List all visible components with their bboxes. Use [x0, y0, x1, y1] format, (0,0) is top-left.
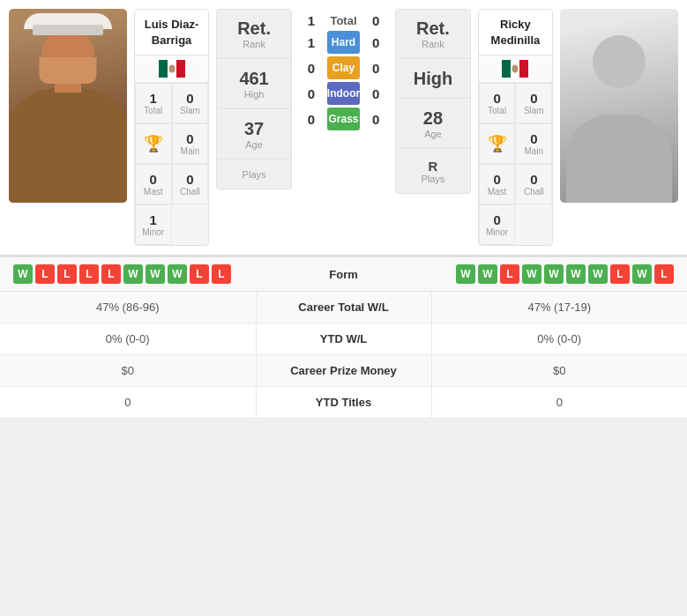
stat-label-2: Career Prize Money — [256, 355, 432, 386]
right-minor-stat: 0 Minor — [479, 204, 516, 245]
right-total-stat: 0 Total — [479, 83, 516, 123]
right-main-value: 0 — [519, 131, 549, 146]
right-mast-value: 0 — [482, 172, 512, 187]
left-minor-stat: 1 Minor — [135, 204, 172, 245]
left-age-block: 37 Age — [217, 110, 291, 160]
stat-left-3: 0 — [0, 387, 256, 418]
total-left: 1 — [299, 13, 324, 28]
stat-right-1: 0% (0-0) — [432, 323, 688, 354]
left-player-photo — [9, 9, 127, 203]
svg-point-3 — [168, 65, 175, 73]
clay-btn: Clay — [327, 56, 360, 79]
right-rank-label: Rank — [422, 39, 444, 49]
right-main-stat: 0 Main — [515, 123, 552, 164]
right-total-value: 0 — [482, 91, 512, 106]
stats-row-3: 0 YTD Titles 0 — [0, 387, 687, 419]
right-mid-card: Ret. Rank High 28 Age R Plays — [395, 9, 471, 194]
left-form-pill-8: L — [190, 264, 209, 284]
hard-btn: Hard — [327, 31, 360, 54]
grass-right: 0 — [363, 112, 388, 127]
left-player-flag — [135, 56, 209, 83]
right-age-label: Age — [424, 129, 442, 139]
left-age-value: 37 — [244, 119, 264, 139]
right-player-name: Ricky Medinilla — [479, 10, 553, 56]
left-rank-value: Ret. — [237, 19, 271, 39]
right-player-photo — [560, 9, 678, 203]
right-trophy-cell: 🏆 — [479, 123, 516, 164]
right-form-pill-8: W — [632, 264, 652, 284]
left-main-stat: 0 Main — [172, 123, 209, 164]
left-chall-stat: 0 Chall — [172, 164, 209, 204]
left-trophy-icon: 🏆 — [144, 134, 163, 153]
left-mast-stat: 0 Mast — [135, 164, 172, 204]
right-rank-value: Ret. — [416, 19, 450, 39]
center-column: 1 Total 0 1 Hard 0 0 Clay 0 — [299, 13, 388, 133]
left-flag-icon — [159, 60, 185, 78]
left-mid-card: Ret. Rank 461 High 37 Age Plays — [216, 9, 292, 189]
left-total-stat: 1 Total — [135, 83, 172, 123]
svg-rect-4 — [502, 60, 511, 78]
stat-right-2: $0 — [432, 355, 688, 386]
left-total-value: 1 — [138, 91, 168, 106]
stat-left-0: 47% (86-96) — [0, 292, 256, 323]
right-player-stats: 0 Total 0 Slam 🏆 0 Main 0 Mast — [479, 83, 553, 245]
stat-label-1: YTD W/L — [256, 323, 432, 354]
right-form-pill-0: W — [456, 264, 475, 284]
grass-row: 0 Grass 0 — [299, 108, 388, 130]
indoor-left: 0 — [299, 86, 324, 101]
form-label: Form — [300, 268, 388, 281]
total-label: Total — [327, 14, 360, 27]
clay-row: 0 Clay 0 — [299, 56, 388, 79]
left-mast-value: 0 — [138, 172, 168, 187]
left-high-label: High — [244, 89, 265, 100]
left-age-label: Age — [245, 139, 263, 150]
right-plays-value: R — [428, 159, 437, 174]
left-minor-value: 1 — [138, 212, 168, 227]
stat-label-3: YTD Titles — [256, 387, 432, 418]
left-form-pill-7: W — [168, 264, 187, 284]
left-slam-value: 0 — [175, 91, 205, 106]
left-form-pill-6: W — [146, 264, 165, 284]
right-form: WWLWWWWLWL — [392, 264, 675, 284]
svg-rect-0 — [159, 60, 168, 78]
right-high-block: High — [396, 60, 470, 99]
hard-row: 1 Hard 0 — [299, 31, 388, 54]
right-mast-stat: 0 Mast — [479, 164, 516, 204]
indoor-btn: Indoor — [327, 82, 360, 105]
left-main-value: 0 — [175, 131, 205, 146]
right-plays-block: R Plays — [396, 150, 470, 193]
left-chall-value: 0 — [175, 172, 205, 187]
svg-point-7 — [512, 65, 519, 73]
bottom-section: WLLLLWWWLL Form WWLWWWWLWL 47% (86-96) C… — [0, 255, 687, 419]
right-chall-value: 0 — [519, 172, 549, 187]
grass-left: 0 — [299, 112, 324, 127]
right-chall-stat: 0 Chall — [515, 164, 552, 204]
hard-right: 0 — [363, 35, 388, 50]
stat-right-0: 47% (17-19) — [432, 292, 688, 323]
left-player-stats: 1 Total 0 Slam 🏆 0 Main 0 Mast — [135, 83, 209, 245]
left-plays-block: Plays — [217, 160, 291, 189]
right-slam-value: 0 — [519, 91, 549, 106]
left-form-pill-4: L — [101, 264, 121, 284]
right-form-pill-7: L — [610, 264, 630, 284]
right-form-pill-2: L — [500, 264, 519, 284]
right-age-value: 28 — [423, 108, 443, 129]
right-form-pill-9: L — [654, 264, 674, 284]
svg-rect-6 — [519, 60, 528, 78]
left-player-name: Luis Diaz-Barriga — [135, 10, 209, 56]
right-flag-icon — [502, 60, 528, 78]
left-form-pill-2: L — [57, 264, 77, 284]
right-age-block: 28 Age — [396, 100, 470, 149]
left-plays-value: Plays — [243, 169, 266, 180]
right-high-value: High — [414, 69, 452, 89]
main-container: Luis Diaz-Barriga 1 Total 0 Slam — [0, 0, 687, 419]
left-high-block: 461 High — [217, 60, 291, 109]
left-rank-block: Ret. Rank — [217, 10, 291, 59]
stats-row-2: $0 Career Prize Money $0 — [0, 355, 687, 387]
stats-table: 47% (86-96) Career Total W/L 47% (17-19)… — [0, 292, 687, 419]
right-slam-stat: 0 Slam — [515, 83, 552, 123]
form-row: WLLLLWWWLL Form WWLWWWWLWL — [0, 257, 687, 292]
left-form-pill-9: L — [212, 264, 231, 284]
stat-right-3: 0 — [432, 387, 688, 418]
left-form-pill-5: W — [123, 264, 143, 284]
